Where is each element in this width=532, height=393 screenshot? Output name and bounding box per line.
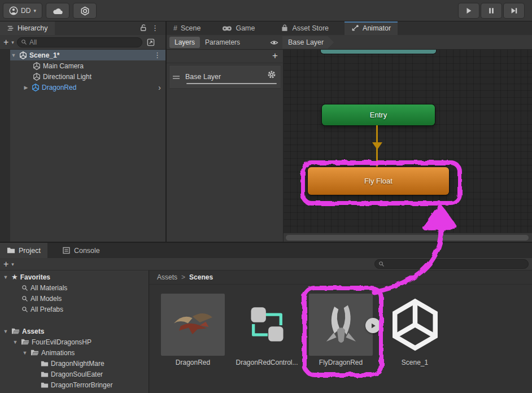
animator-toolbar: Layers Parameters Base Layer: [167, 35, 532, 50]
tree-row-animations[interactable]: ▼ Animations: [21, 347, 75, 358]
asset-dragonredcontroller[interactable]: DragonRedControl...: [235, 294, 299, 366]
unity-scene-icon: [19, 51, 27, 59]
asset-preview-play-button[interactable]: [365, 318, 381, 333]
hexagon-services-icon: [80, 6, 90, 16]
gear-icon[interactable]: [267, 70, 276, 79]
chevron-down-icon: ▾: [33, 8, 36, 14]
tree-row-dragonterrorbringer[interactable]: DragonTerrorBringer: [41, 379, 112, 390]
animator-hscrollbar-thumb[interactable]: [286, 235, 529, 241]
foldout-down-icon[interactable]: ▼: [12, 339, 19, 345]
console-icon: [62, 246, 71, 255]
search-icon: [378, 261, 385, 267]
layer-item-base-layer[interactable]: Base Layer: [169, 65, 281, 89]
favorites-header-row[interactable]: ▼ ★ Favorites: [2, 272, 50, 282]
asset-label: FlyDragonRed: [309, 359, 373, 366]
flydragonred-thumbnail-image: [309, 294, 373, 356]
tab-game[interactable]: Game: [215, 21, 261, 35]
search-icon: [21, 295, 28, 302]
project-search[interactable]: [374, 259, 529, 269]
tree-row-assets[interactable]: ▼ Assets: [2, 326, 44, 337]
tab-game-label: Game: [236, 24, 255, 32]
project-search-input[interactable]: [387, 260, 525, 268]
tab-scene[interactable]: # Scene: [167, 21, 207, 35]
tab-project[interactable]: Project: [0, 243, 47, 258]
animator-icon: [351, 24, 359, 32]
search-picker-icon[interactable]: [146, 38, 155, 47]
folder-icon: [41, 360, 49, 368]
folder-label: Assets: [22, 328, 44, 335]
folder-label: DragonSoulEater: [51, 370, 103, 378]
breadcrumb-current[interactable]: Scenes: [189, 273, 213, 281]
project-panel: Project Console + ▾ ▼ ★ Favorites: [0, 243, 532, 393]
animator-graph[interactable]: Entry Fly Float: [284, 50, 532, 233]
asset-label: DragonRed: [161, 359, 225, 366]
animator-breadcrumb[interactable]: Base Layer: [282, 36, 334, 49]
lock-icon[interactable]: [139, 24, 147, 32]
layer-weight-slider[interactable]: [186, 83, 277, 84]
favorite-all-prefabs[interactable]: All Prefabs: [21, 304, 63, 315]
fly-float-state-node[interactable]: Fly Float: [308, 167, 449, 195]
tree-row-dragonnightmare[interactable]: DragonNightMare: [41, 358, 104, 369]
foldout-down-icon[interactable]: ▼: [2, 329, 9, 334]
foldout-right-icon[interactable]: ▶: [23, 85, 29, 90]
asset-dragonred[interactable]: DragonRed: [161, 294, 225, 366]
search-icon: [21, 285, 28, 291]
tab-console[interactable]: Console: [55, 243, 107, 258]
dragonred-thumbnail-image: [161, 294, 225, 356]
account-button[interactable]: DD ▾: [3, 3, 42, 18]
center-tabbar: # Scene Game Asset Store Animator: [167, 21, 532, 35]
entry-state-node[interactable]: Entry: [322, 104, 435, 125]
tree-row-fourevildragonshp[interactable]: ▼ FourEvilDragonsHP: [12, 337, 91, 347]
play-button[interactable]: [459, 3, 479, 18]
layers-label: Layers: [175, 38, 195, 46]
foldout-down-icon[interactable]: ▼: [2, 274, 9, 280]
layers-header: +: [167, 50, 284, 63]
prefab-name: DragonRed: [42, 84, 76, 91]
any-state-node[interactable]: [321, 50, 436, 54]
asset-flydragonred[interactable]: FlyDragonRed: [309, 294, 373, 366]
services-button[interactable]: [73, 3, 96, 18]
step-button[interactable]: [504, 3, 524, 18]
pause-button[interactable]: [481, 3, 502, 18]
hierarchy-row-scene[interactable]: ▼ Scene_1* ⋮: [10, 50, 165, 60]
parameters-toggle[interactable]: Parameters: [200, 37, 245, 48]
scene-kebab-icon[interactable]: ⋮: [154, 51, 161, 59]
cloud-button[interactable]: [46, 3, 69, 18]
hierarchy-row-dragonred[interactable]: ▶ DragonRed ›: [10, 82, 165, 93]
step-icon: [510, 7, 518, 15]
favorite-all-materials[interactable]: All Materials: [21, 282, 67, 293]
hierarchy-search[interactable]: [17, 37, 142, 47]
foldout-down-icon[interactable]: ▼: [21, 350, 28, 356]
gamepad-icon: [222, 25, 232, 32]
hierarchy-row-directional-light[interactable]: Directional Light: [10, 71, 165, 82]
cloud-icon: [53, 7, 63, 15]
favorites-label: Favorites: [20, 273, 50, 281]
project-folder-tree: ▼ ★ Favorites All Materials All Models A…: [0, 270, 149, 393]
favorite-all-models[interactable]: All Models: [21, 293, 62, 304]
animator-hscrollbar[interactable]: [284, 233, 532, 242]
create-asset-dropdown-icon[interactable]: ▾: [11, 261, 14, 267]
tab-hierarchy[interactable]: Hierarchy: [0, 21, 55, 35]
tab-asset-store[interactable]: Asset Store: [274, 21, 335, 35]
create-asset-button[interactable]: +: [3, 259, 8, 269]
eye-icon[interactable]: [270, 38, 278, 47]
tree-row-dragonsouleater[interactable]: DragonSoulEater: [41, 369, 103, 379]
folder-icon: [41, 381, 49, 389]
hierarchy-search-input[interactable]: [29, 38, 138, 46]
add-object-dropdown-icon[interactable]: ▾: [11, 40, 14, 45]
tab-animator[interactable]: Animator: [345, 21, 398, 35]
asset-scene1[interactable]: Scene_1: [383, 294, 447, 366]
drag-handle-icon[interactable]: [173, 75, 180, 79]
hierarchy-row-main-camera[interactable]: Main Camera: [10, 60, 165, 71]
add-layer-button[interactable]: +: [272, 50, 278, 62]
hierarchy-kebab-icon[interactable]: ⋮: [151, 24, 159, 32]
foldout-down-icon[interactable]: ▼: [10, 53, 17, 58]
add-object-button[interactable]: +: [3, 37, 8, 47]
tab-animator-label: Animator: [363, 24, 391, 32]
tab-asset-store-label: Asset Store: [292, 24, 329, 32]
breadcrumb-root[interactable]: Assets: [157, 273, 177, 281]
prefab-open-chevron-icon[interactable]: ›: [158, 83, 161, 92]
object-name: Directional Light: [43, 73, 91, 81]
layers-toggle[interactable]: Layers: [169, 37, 200, 48]
folder-open-icon: [11, 327, 20, 335]
